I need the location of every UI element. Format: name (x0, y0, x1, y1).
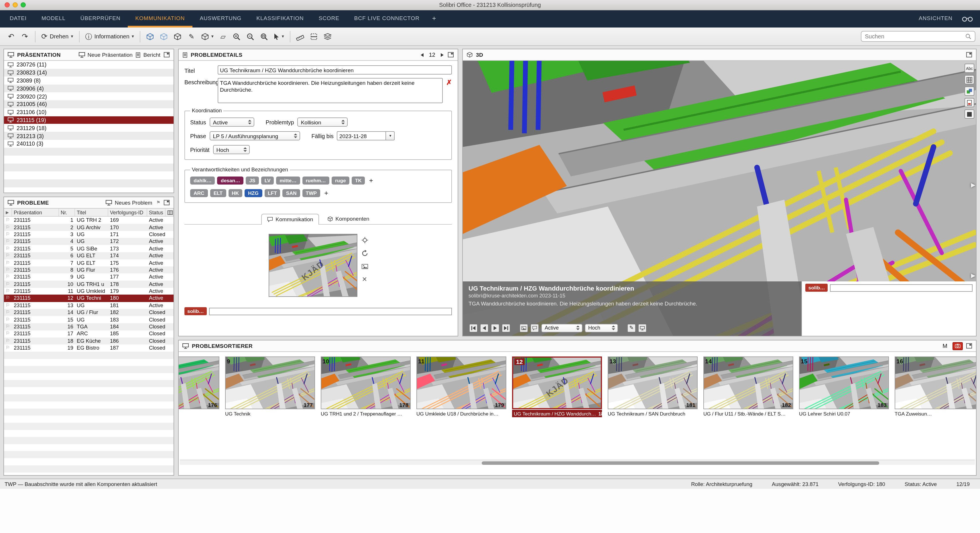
problem-card[interactable]: 15 183 UG Lehrer Schiri U0.07 183 (799, 356, 889, 417)
zoom-area-button[interactable] (258, 30, 271, 43)
search-input[interactable] (865, 33, 963, 40)
next-problem-button[interactable] (491, 324, 500, 332)
dimension-text-button[interactable]: Abc (964, 64, 974, 73)
component-tool-dropdown[interactable]: ▾ (199, 30, 216, 43)
menu-item[interactable]: MODELL (34, 10, 73, 27)
search-icon[interactable] (965, 33, 971, 40)
overlay-priority-select[interactable]: Hoch (585, 324, 618, 332)
discipline-tag[interactable]: LFT (264, 189, 280, 197)
flag-filter-button[interactable]: ⚑ (155, 200, 161, 205)
problem-row[interactable]: ⚐ 231115 1 UG TRH 2 169 Active (4, 217, 173, 224)
add-discipline-button[interactable]: + (323, 190, 330, 196)
responsibility-tag[interactable]: mitte… (276, 177, 300, 185)
presentation-mode-button[interactable] (638, 324, 647, 332)
praesentation-item[interactable]: 231115 (19) (4, 116, 173, 124)
show-viewpoint-button[interactable] (361, 237, 368, 245)
markup-button[interactable] (964, 110, 974, 119)
last-problem-button[interactable] (502, 324, 510, 332)
measure-tool-button[interactable] (294, 30, 307, 43)
menu-item[interactable]: BCF LIVE CONNECTOR (347, 10, 427, 27)
update-viewpoint-button[interactable] (361, 250, 368, 258)
capture-button[interactable] (953, 342, 963, 350)
zoom-window-button[interactable] (21, 2, 26, 8)
discipline-tag[interactable]: HZG (245, 189, 262, 197)
report-button[interactable]: Bericht (135, 51, 161, 58)
panel-menu-icon[interactable] (447, 51, 454, 58)
praesentation-item[interactable]: 231213 (3) (4, 132, 173, 140)
select-tool-dropdown[interactable]: ▾ (272, 30, 286, 43)
menu-item[interactable]: ÜBERPRÜFEN (73, 10, 128, 27)
previous-problem-button[interactable] (420, 53, 425, 57)
praesentation-item[interactable]: 231106 (10) (4, 109, 173, 116)
praesentation-item[interactable]: 240110 (3) (4, 140, 173, 148)
new-presentation-button[interactable]: Neue Präsentation (78, 51, 132, 58)
problem-row[interactable]: ⚐ 231115 10 UG TRH1 u 178 Active (4, 281, 173, 288)
menu-item[interactable]: KLASSIFIKATION (249, 10, 311, 27)
problem-row[interactable]: ⚐ 231115 17 ARC 185 Closed (4, 330, 173, 338)
problem-thumbnail[interactable]: KJÄD (268, 234, 357, 297)
next-problem-button[interactable] (440, 53, 444, 57)
comment-input[interactable] (209, 308, 452, 315)
mode-label[interactable]: M (942, 343, 947, 349)
praesentation-item[interactable]: 230823 (14) (4, 69, 173, 77)
section-tool-button[interactable] (307, 30, 321, 43)
problem-card[interactable]: 12 180 KJÄD UG Technikraum / HZG Wanddur… (512, 356, 602, 417)
saved-views-button[interactable] (964, 86, 974, 96)
discipline-tag[interactable]: HK (228, 189, 242, 197)
praesentation-item[interactable]: 231005 (46) (4, 100, 173, 109)
praesentation-item[interactable]: 231129 (18) (4, 124, 173, 132)
previous-problem-button[interactable] (480, 324, 488, 332)
status-select[interactable]: Active (210, 118, 254, 127)
horizontal-scrollbar[interactable] (180, 460, 975, 465)
overlay-status-select[interactable]: Active (541, 324, 582, 332)
problem-row[interactable]: ⚐ 231115 7 UG ELT 175 Active (4, 259, 173, 266)
slab-tool-button[interactable]: ▱ (216, 30, 230, 43)
problem-row[interactable]: ⚐ 231115 19 EG Bistro 187 Closed (4, 345, 173, 352)
collapse-right-arrow[interactable]: ▶ (971, 182, 975, 188)
due-date-input[interactable] (337, 131, 386, 140)
problem-row[interactable]: ⚐ 231115 8 UG Flur 176 Active (4, 266, 173, 273)
praesentation-item[interactable]: 23089 (8) (4, 77, 173, 85)
menu-item[interactable]: AUSWERTUNG (192, 10, 249, 27)
problem-card[interactable]: 13 181 UG Technikraum / SAN Durchbruch 1… (608, 356, 698, 417)
column-titel[interactable]: Titel (75, 209, 108, 216)
priority-select[interactable]: Hoch (213, 145, 250, 154)
minimize-window-button[interactable] (13, 2, 18, 8)
problem-card[interactable]: 176 176 (179, 356, 220, 417)
show-components-button[interactable] (144, 30, 157, 43)
pdf-export-button[interactable] (964, 98, 974, 107)
add-image-button[interactable] (361, 263, 368, 271)
column-praesentation[interactable]: Präsentation (12, 209, 59, 216)
close-window-button[interactable] (5, 2, 10, 8)
problem-row[interactable]: ⚐ 231115 12 UG Techni 180 Active (4, 295, 173, 302)
viewport-3d[interactable]: Abc ▶ ▶ UG Technikraum / HZG Wanddurchbr… (463, 61, 976, 336)
responsibility-tag[interactable]: desan… (217, 177, 244, 185)
remove-viewpoint-button[interactable]: ✕ (361, 276, 368, 282)
problem-card[interactable]: 11 179 UG Umkleide U18 / Durchbrüche in…… (417, 356, 506, 417)
hide-components-button[interactable] (158, 30, 171, 43)
solibri-goggles-icon[interactable] (962, 16, 973, 22)
menu-item[interactable]: KOMMUNIKATION (128, 10, 192, 27)
responsibility-tag[interactable]: ruge (332, 177, 349, 185)
problem-row[interactable]: ⚐ 231115 3 UG 171 Closed (4, 231, 173, 238)
phase-select[interactable]: LP 5 / Ausführungsplanung (210, 131, 300, 140)
menu-item[interactable]: DATEI (2, 10, 34, 27)
responsibility-tag[interactable]: ruehm… (302, 177, 329, 185)
footprint-tool-button[interactable] (321, 30, 334, 43)
style-button[interactable]: ✎ (185, 30, 198, 43)
discipline-tag[interactable]: TWP (302, 189, 320, 197)
problem-card[interactable]: 9 177 UG Technik 177 (225, 356, 315, 417)
problem-row[interactable]: ⚐ 231115 5 UG SiBe 173 Active (4, 245, 173, 252)
column-options[interactable] (165, 209, 173, 216)
problem-row[interactable]: ⚐ 231115 11 UG Umkleid 179 Active (4, 288, 173, 295)
redo-button[interactable]: ↷ (18, 30, 32, 43)
discipline-tag[interactable]: SAN (283, 189, 300, 197)
panel-menu-icon[interactable] (163, 199, 170, 206)
praesentation-item[interactable]: 230920 (22) (4, 92, 173, 100)
problem-row[interactable]: ⚐ 231115 6 UG ELT 174 Active (4, 252, 173, 259)
titel-input[interactable] (218, 65, 452, 75)
problem-row[interactable]: ⚐ 231115 2 UG Archiv 170 Active (4, 224, 173, 231)
add-responsibility-button[interactable]: + (368, 177, 375, 184)
panel-menu-icon[interactable] (163, 51, 170, 58)
problem-card[interactable]: 16 TGA Zuweisun… (895, 356, 976, 417)
